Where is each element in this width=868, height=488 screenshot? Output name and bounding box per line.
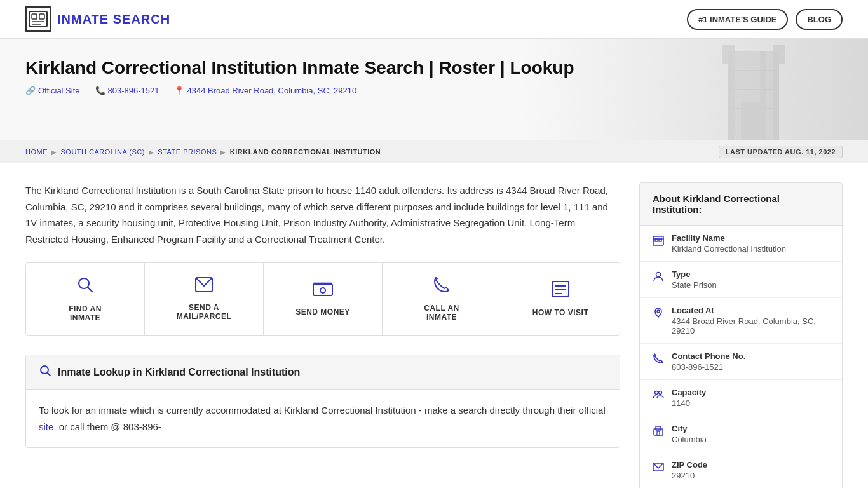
breadcrumb-sc[interactable]: SOUTH CAROLINA (SC) (61, 148, 145, 156)
logo-link[interactable]: INMATE SEARCH (25, 6, 170, 32)
located-label: Located At (672, 306, 829, 315)
call-inmate-icon (433, 276, 450, 297)
capacity-value: 1140 (672, 398, 706, 408)
how-to-visit-label: HOW TO VISIT (532, 308, 588, 317)
sidebar-capacity: Capacity 1140 (640, 380, 842, 416)
facility-name-value: Kirkland Correctional Institution (672, 244, 786, 254)
svg-line-16 (88, 288, 93, 292)
breadcrumb: HOME ▶ SOUTH CAROLINA (SC) ▶ STATE PRISO… (0, 140, 868, 163)
breadcrumb-state-prisons[interactable]: STATE PRISONS (158, 148, 217, 156)
sidebar-city: City Columbia (640, 416, 842, 452)
svg-rect-19 (313, 282, 332, 285)
lookup-body-end: , or call them @ 803-896- (53, 421, 161, 432)
find-inmate-card[interactable]: FIND ANINMATE (26, 263, 145, 335)
location-icon: 📍 (174, 86, 184, 95)
lookup-section: Inmate Lookup in Kirkland Correctional I… (25, 355, 620, 448)
breadcrumb-home[interactable]: HOME (25, 148, 48, 156)
how-to-visit-card[interactable]: HOW TO VISIT (501, 263, 620, 335)
svg-rect-37 (657, 431, 660, 435)
sidebar-zip: ZIP Code 29210 (640, 452, 842, 488)
type-icon (653, 271, 664, 285)
capacity-label: Capacity (672, 388, 706, 397)
sidebar-card: About Kirkland Correctional Institution:… (639, 182, 843, 488)
zip-value: 29210 (672, 471, 707, 480)
capacity-icon (653, 389, 664, 403)
svg-point-32 (657, 310, 660, 313)
phone-sidebar-value: 803-896-1521 (672, 362, 745, 372)
svg-rect-14 (741, 102, 766, 140)
located-value: 4344 Broad River Road, Columbia, SC, 292… (672, 316, 829, 336)
send-money-card[interactable]: SEND MONEY (264, 263, 383, 335)
blog-button[interactable]: BLOG (796, 9, 843, 30)
find-inmate-label: FIND ANINMATE (69, 304, 102, 322)
send-mail-card[interactable]: SEND AMAIL/PARCEL (145, 263, 264, 335)
city-icon (653, 425, 664, 439)
sidebar-card-header: About Kirkland Correctional Institution: (640, 183, 842, 226)
lookup-search-icon (39, 364, 51, 380)
svg-rect-36 (656, 426, 661, 430)
official-site-lookup-link[interactable]: site (39, 421, 53, 432)
lookup-body-start: To look for an inmate which is currently… (39, 405, 606, 416)
address-info: 📍 4344 Broad River Road, Columbia, SC, 2… (174, 86, 356, 95)
svg-point-15 (79, 278, 89, 288)
send-mail-label: SEND AMAIL/PARCEL (177, 303, 232, 321)
sidebar-type: Type State Prison (640, 262, 842, 298)
city-value: Columbia (672, 435, 707, 444)
breadcrumb-current: KIRKLAND CORRECTIONAL INSTITUTION (230, 148, 381, 156)
official-site-link[interactable]: 🔗 Official Site (25, 86, 80, 95)
main-content: The Kirkland Correctional Institution is… (0, 163, 868, 488)
svg-rect-18 (313, 284, 332, 295)
svg-point-34 (659, 391, 662, 395)
action-cards: FIND ANINMATE SEND AMAIL/PARCEL (25, 262, 620, 336)
send-money-label: SEND MONEY (295, 308, 350, 316)
svg-rect-2 (39, 14, 44, 19)
phone-info: 📞 803-896-1521 (95, 86, 159, 95)
description-text: The Kirkland Correctional Institution is… (25, 182, 620, 247)
hero-meta: 🔗 Official Site 📞 803-896-1521 📍 4344 Br… (25, 86, 843, 95)
logo-icon (25, 6, 51, 32)
sidebar-phone: Contact Phone No. 803-896-1521 (640, 344, 842, 380)
city-label: City (672, 424, 707, 433)
sidebar-facility-name: Facility Name Kirkland Correctional Inst… (640, 226, 842, 262)
svg-point-31 (656, 273, 661, 277)
svg-point-33 (655, 391, 658, 395)
last-updated-badge: LAST UPDATED AUG. 11, 2022 (719, 146, 843, 158)
sep3: ▶ (220, 149, 226, 156)
lookup-body: To look for an inmate which is currently… (26, 390, 620, 447)
page-title: Kirkland Correctional Institution Inmate… (25, 58, 843, 78)
lookup-header-text: Inmate Lookup in Kirkland Correctional I… (58, 367, 300, 378)
link-icon: 🔗 (25, 86, 36, 95)
sidebar-located-at: Located At 4344 Broad River Road, Columb… (640, 298, 842, 344)
svg-point-20 (320, 288, 325, 293)
svg-line-26 (48, 373, 51, 376)
facility-icon (653, 234, 664, 248)
call-inmate-card[interactable]: CALL ANINMATE (383, 263, 501, 335)
type-label: Type (672, 269, 717, 279)
lookup-header: Inmate Lookup in Kirkland Correctional I… (26, 355, 620, 390)
sep2: ▶ (149, 149, 154, 156)
hero-section: Kirkland Correctional Institution Inmate… (0, 39, 868, 140)
sep1: ▶ (51, 149, 57, 156)
find-inmate-icon (76, 276, 94, 298)
zip-icon (653, 461, 664, 475)
right-sidebar: About Kirkland Correctional Institution:… (639, 182, 843, 488)
send-mail-icon (195, 277, 213, 297)
zip-label: ZIP Code (672, 460, 707, 470)
located-icon (653, 307, 664, 321)
site-header: INMATE SEARCH #1 INMATE'S GUIDE BLOG (0, 0, 868, 39)
how-to-visit-icon (552, 281, 569, 302)
header-nav: #1 INMATE'S GUIDE BLOG (687, 9, 843, 30)
left-content: The Kirkland Correctional Institution is… (25, 182, 620, 488)
phone-sidebar-label: Contact Phone No. (672, 351, 745, 361)
send-money-icon (313, 281, 333, 301)
svg-rect-1 (32, 14, 37, 19)
inmates-guide-button[interactable]: #1 INMATE'S GUIDE (687, 9, 788, 30)
logo-text: INMATE SEARCH (57, 12, 170, 27)
type-value: State Prison (672, 280, 717, 290)
phone-sidebar-icon (653, 353, 664, 367)
call-inmate-label: CALL ANINMATE (424, 304, 459, 322)
phone-icon: 📞 (95, 86, 105, 95)
facility-name-label: Facility Name (672, 233, 786, 243)
